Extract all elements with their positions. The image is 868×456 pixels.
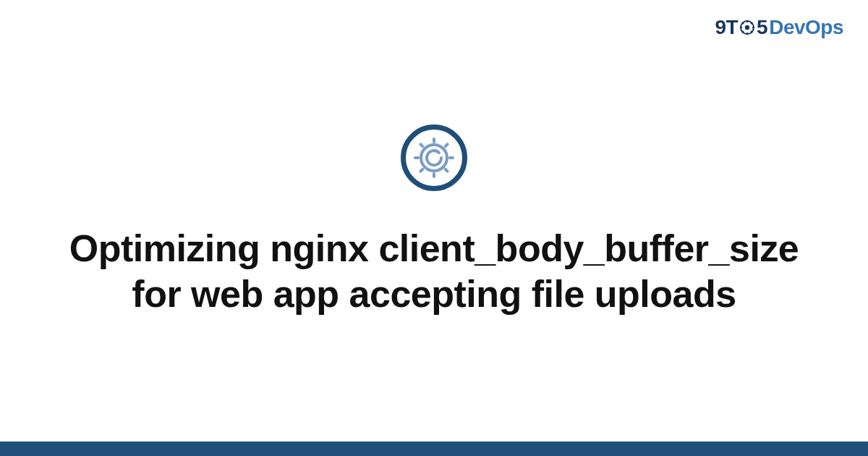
- page-title: Optimizing nginx client_body_buffer_size…: [58, 226, 810, 318]
- svg-point-10: [421, 145, 447, 171]
- gear-icon: [414, 138, 454, 178]
- svg-point-11: [439, 160, 441, 162]
- content-area: Optimizing nginx client_body_buffer_size…: [0, 0, 868, 442]
- footer-bar: [0, 442, 868, 456]
- gear-ring-icon: [401, 124, 467, 191]
